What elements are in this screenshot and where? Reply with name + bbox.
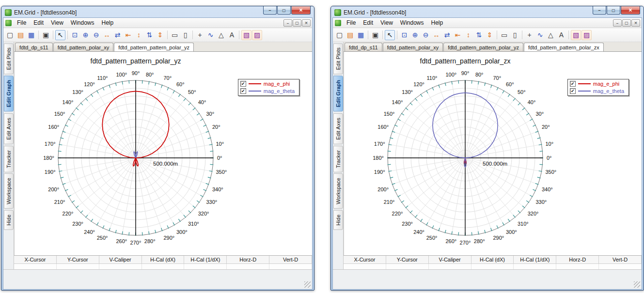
marker-icon[interactable]: △	[216, 30, 226, 40]
v-expand-icon[interactable]: ↕	[134, 30, 144, 40]
v-compress-icon[interactable]: ⇅	[474, 30, 484, 40]
menu-help[interactable]: Help	[98, 18, 117, 27]
axes-curve-icon[interactable]: ∿	[535, 30, 545, 40]
save-icon[interactable]: ▦	[26, 30, 36, 40]
save-icon[interactable]: ▦	[356, 30, 366, 40]
sidebar-tab-tracker[interactable]: Tracker	[4, 146, 14, 172]
zoom-in-icon[interactable]: ⊕	[80, 30, 91, 40]
print-icon[interactable]: ▣	[41, 30, 51, 40]
h-fit-icon[interactable]: ⇤	[123, 30, 133, 40]
child-close-button[interactable]	[302, 19, 311, 27]
zoom-out-icon[interactable]: ⊖	[421, 30, 431, 40]
resize-grip[interactable]	[634, 281, 640, 288]
titlebar[interactable]: EM.Grid - [fdtdlesson4b]	[332, 7, 642, 17]
h-compress-icon[interactable]: ⇄	[112, 30, 123, 40]
new-plot-icon[interactable]: ▨	[581, 30, 592, 40]
sidebar-tab-edit-graph[interactable]: Edit Graph	[4, 76, 14, 111]
new-document-icon[interactable]: ▢	[5, 30, 15, 40]
crosshair-icon[interactable]: +	[524, 30, 534, 40]
legend-checkbox[interactable]	[240, 81, 246, 87]
menu-file[interactable]: File	[14, 18, 30, 27]
child-close-button[interactable]	[631, 19, 640, 27]
new-plot-icon[interactable]: ▨	[252, 30, 262, 40]
menu-windows[interactable]: Windows	[397, 18, 427, 27]
tab-fdtd-pattern-pattern-polar-yz[interactable]: fdtd_pattern_pattern_polar_yz	[114, 43, 194, 52]
tab-fdtd-pattern-polar-xy[interactable]: fdtd_pattern_polar_xy	[53, 43, 113, 51]
sidebar-tab-workspace[interactable]: Workspace	[4, 173, 14, 209]
sidebar-tab-edit-graph[interactable]: Edit Graph	[333, 76, 343, 111]
tab-fdtd-dp-s11[interactable]: fdtd_dp_s11	[15, 43, 53, 51]
zoom-window-icon[interactable]: ⊡	[399, 30, 409, 40]
zoom-in-icon[interactable]: ⊕	[410, 30, 420, 40]
pointer-select-icon[interactable]: ↖	[55, 30, 65, 40]
select-box-icon[interactable]: ▯	[510, 30, 520, 40]
plot-area: 0°10°20°30°40°50°60°70°80°90°100°110°120…	[14, 52, 312, 255]
zoom-out-icon[interactable]: ⊖	[91, 30, 101, 40]
open-folder-icon[interactable]: ▤	[345, 30, 355, 40]
child-minimize-button[interactable]	[613, 19, 622, 27]
tab-fdtd-dp-s11[interactable]: fdtd_dp_s11	[345, 43, 382, 51]
angle-label: 20°	[212, 124, 220, 130]
sidebar-tab-workspace[interactable]: Workspace	[333, 173, 343, 209]
maximize-button[interactable]	[277, 6, 291, 15]
menu-help[interactable]: Help	[428, 18, 447, 27]
angle-label: 150°	[54, 111, 65, 117]
tab-fdtd-pattern-pattern-polar-yz[interactable]: fdtd_pattern_pattern_polar_yz	[443, 43, 523, 51]
tab-fdtd-pattern-polar-xy[interactable]: fdtd_pattern_polar_xy	[383, 43, 443, 51]
sidebar-tab-edit-axes[interactable]: Edit Axes	[4, 113, 14, 144]
graph-settings-icon[interactable]: ▧	[571, 30, 581, 40]
menu-windows[interactable]: Windows	[67, 18, 98, 27]
sidebar-tab-hide[interactable]: Hide	[4, 210, 14, 230]
angle-tick	[80, 103, 83, 105]
tab-fdtd-pattern-pattern-polar-zx[interactable]: fdtd_pattern_pattern_polar_zx	[524, 43, 604, 52]
legend-checkbox[interactable]	[240, 88, 246, 94]
graph-settings-icon[interactable]: ▧	[241, 30, 251, 40]
marker-icon[interactable]: △	[546, 30, 556, 40]
v-compress-icon[interactable]: ⇅	[144, 30, 155, 40]
sidebar-tab-edit-plots[interactable]: Edit Plots	[4, 43, 14, 74]
zoom-window-icon[interactable]: ⊡	[70, 30, 80, 40]
menu-view[interactable]: View	[377, 18, 396, 27]
menu-edit[interactable]: Edit	[30, 18, 47, 27]
child-restore-button[interactable]	[293, 19, 301, 27]
text-label-icon[interactable]: A	[227, 30, 237, 40]
h-expand-icon[interactable]: ↔	[102, 30, 112, 40]
close-button[interactable]	[621, 6, 640, 15]
sidebar-tab-edit-plots[interactable]: Edit Plots	[333, 43, 343, 74]
menu-file[interactable]: File	[343, 18, 359, 27]
child-restore-button[interactable]	[622, 19, 631, 27]
axes-curve-icon[interactable]: ∿	[205, 30, 216, 40]
crosshair-icon[interactable]: +	[195, 30, 205, 40]
new-document-icon[interactable]: ▢	[334, 30, 345, 40]
h-compress-icon[interactable]: ⇄	[442, 30, 452, 40]
zoom-box-icon[interactable]: ▭	[499, 30, 509, 40]
menu-edit[interactable]: Edit	[360, 18, 377, 27]
child-minimize-button[interactable]	[283, 19, 292, 27]
minimize-button[interactable]	[263, 6, 277, 15]
select-box-icon[interactable]: ▯	[180, 30, 190, 40]
text-label-icon[interactable]: A	[556, 30, 566, 40]
sidebar-tab-tracker[interactable]: Tracker	[333, 146, 343, 172]
minimize-button[interactable]	[593, 6, 606, 15]
pointer-select-icon[interactable]: ↖	[385, 30, 395, 40]
open-folder-icon[interactable]: ▤	[16, 30, 26, 40]
print-icon[interactable]: ▣	[370, 30, 380, 40]
angle-tick	[539, 164, 543, 165]
close-button[interactable]	[291, 6, 311, 15]
v-expand-icon[interactable]: ↕	[463, 30, 473, 40]
resize-grip[interactable]	[304, 281, 311, 288]
v-fit-icon[interactable]: ⇕	[485, 30, 495, 40]
titlebar[interactable]: EM.Grid - [fdtdlesson4b]	[3, 7, 313, 17]
zoom-box-icon[interactable]: ▭	[170, 30, 180, 40]
menu-view[interactable]: View	[47, 18, 67, 27]
legend-checkbox[interactable]	[570, 81, 576, 87]
angle-tick	[97, 91, 99, 93]
legend-checkbox[interactable]	[570, 88, 576, 94]
v-fit-icon[interactable]: ⇕	[155, 30, 165, 40]
sidebar-tab-hide[interactable]: Hide	[333, 210, 343, 230]
maximize-button[interactable]	[607, 6, 620, 15]
h-fit-icon[interactable]: ⇤	[453, 30, 463, 40]
sidebar-tab-edit-axes[interactable]: Edit Axes	[333, 113, 343, 144]
legend-line-sample	[249, 83, 261, 84]
h-expand-icon[interactable]: ↔	[431, 30, 441, 40]
